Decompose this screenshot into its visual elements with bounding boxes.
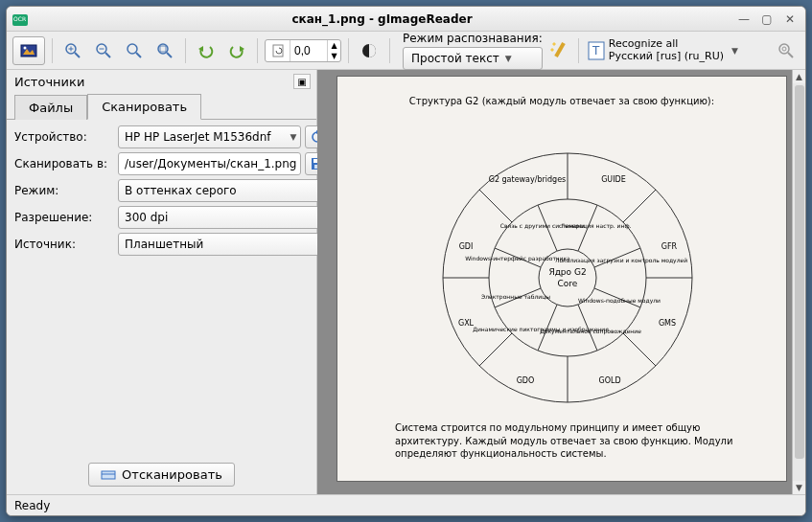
close-button[interactable]: ✕	[780, 11, 800, 27]
statusbar: Ready	[7, 494, 805, 515]
svg-text:Динамические пиктограммы и изо: Динамические пиктограммы и изображения	[473, 326, 609, 333]
minimize-button[interactable]: —	[734, 11, 754, 27]
svg-text:Электронные таблицы: Электронные таблицы	[481, 293, 550, 301]
svg-rect-31	[102, 471, 115, 479]
settings-button[interactable]	[773, 37, 800, 64]
vertical-scrollbar[interactable]: ▲ ▼	[792, 70, 805, 494]
sidebar-collapse-button[interactable]: ▣	[293, 74, 311, 89]
svg-text:Локализация загрузки и контрол: Локализация загрузки и контроль модулей	[555, 257, 687, 264]
brightness-contrast-button[interactable]	[356, 37, 383, 64]
zoom-fit-button[interactable]	[151, 37, 178, 64]
svg-text:G2 gateway/bridges: G2 gateway/bridges	[489, 175, 567, 184]
recognition-mode-value: Простой текст	[411, 52, 499, 65]
zoom-reset-icon	[126, 42, 143, 59]
svg-line-11	[136, 53, 141, 57]
zoom-out-button[interactable]	[90, 37, 117, 64]
svg-text:Генерация настр. инф.: Генерация настр. инф.	[562, 222, 632, 230]
device-combo[interactable]: HP HP LaserJet M1536dnf▼	[118, 125, 301, 148]
image-viewer[interactable]: Структура G2 (каждый модуль отвечает за …	[317, 70, 805, 494]
open-image-button[interactable]	[12, 36, 45, 65]
recognize-all-button[interactable]: T Recognize all Русский [rus] (ru_RU) ▼	[588, 38, 738, 62]
svg-line-41	[479, 333, 512, 366]
tab-scan[interactable]: Сканировать	[87, 94, 201, 120]
app-window: скан_1.png - gImageReader — ▢ ✕ ▲▼ Режим…	[6, 6, 806, 516]
svg-text:Core: Core	[558, 279, 578, 288]
svg-text:GXL: GXL	[458, 319, 475, 328]
scanned-page: Структура G2 (каждый модуль отвечает за …	[336, 76, 787, 482]
scan-form: Устройство: HP HP LaserJet M1536dnf▼ Ска…	[7, 120, 316, 260]
svg-text:GDO: GDO	[517, 376, 535, 385]
gear-icon	[777, 42, 795, 59]
svg-line-25	[788, 53, 793, 57]
auto-detect-button[interactable]	[546, 38, 571, 63]
wand-icon	[548, 40, 569, 61]
output-field[interactable]: /user/Документы/скан_1.png	[118, 152, 301, 175]
svg-rect-0	[21, 45, 36, 57]
svg-text:Windows-подобные модули: Windows-подобные модули	[578, 297, 661, 305]
chevron-down-icon: ▼	[731, 46, 738, 56]
zoom-fit-icon	[156, 42, 174, 59]
resolution-combo[interactable]: 300 dpi▼	[118, 206, 332, 229]
sidebar-tabs: Файлы Сканировать	[7, 91, 316, 120]
svg-text:GMS: GMS	[659, 319, 676, 328]
main-body: Источники ▣ Файлы Сканировать Устройство…	[7, 70, 805, 494]
status-text: Ready	[14, 499, 50, 512]
circle-diagram: Ядро G2 Core G2 gateway/bridges GUIDE GF…	[424, 134, 711, 421]
undo-icon	[197, 42, 215, 59]
svg-marker-21	[550, 48, 554, 52]
output-label: Сканировать в:	[14, 157, 114, 170]
scan-button-label: Отсканировать	[122, 467, 222, 482]
mode-label: Режим:	[14, 184, 114, 197]
svg-text:Ядро G2: Ядро G2	[548, 267, 586, 277]
svg-point-24	[779, 44, 789, 54]
sidebar: Источники ▣ Файлы Сканировать Устройство…	[7, 70, 317, 494]
contrast-icon	[360, 42, 378, 59]
separator	[52, 38, 53, 63]
toolbar: ▲▼ Режим распознавания: Простой текст ▼ …	[7, 32, 805, 70]
rotate-left-button[interactable]	[193, 37, 220, 64]
svg-point-26	[782, 47, 786, 51]
svg-rect-19	[554, 42, 565, 57]
separator	[257, 38, 258, 63]
svg-line-4	[75, 53, 80, 57]
scroll-up-button[interactable]: ▲	[793, 70, 805, 83]
mode-combo[interactable]: В оттенках серого▼	[118, 179, 332, 202]
resolution-label: Разрешение:	[14, 211, 114, 224]
tab-files[interactable]: Файлы	[14, 95, 87, 120]
zoom-reset-button[interactable]	[121, 37, 148, 64]
rotation-input[interactable]	[290, 44, 327, 57]
svg-line-37	[623, 190, 656, 222]
svg-marker-20	[552, 42, 556, 46]
svg-text:GDI: GDI	[459, 242, 474, 251]
svg-point-12	[158, 44, 168, 54]
recognize-all-label: Recognize all	[609, 38, 724, 51]
rotation-mode-button[interactable]	[266, 40, 290, 61]
svg-text:T: T	[592, 44, 600, 57]
source-value: Планшетный	[125, 238, 317, 251]
titlebar: скан_1.png - gImageReader — ▢ ✕	[7, 7, 805, 32]
scroll-thumb[interactable]	[795, 85, 804, 459]
rotation-spinner[interactable]: ▲▼	[265, 39, 341, 62]
svg-text:GOLD: GOLD	[598, 376, 620, 385]
svg-text:GUIDE: GUIDE	[601, 175, 626, 184]
document-body-text: Система строится по модульному принципу …	[395, 421, 740, 461]
rotation-steppers[interactable]: ▲▼	[327, 40, 340, 61]
language-label: Русский [rus] (ru_RU)	[609, 51, 724, 63]
zoom-in-button[interactable]	[59, 37, 86, 64]
separator	[389, 38, 390, 63]
maximize-button[interactable]: ▢	[757, 11, 777, 27]
scan-button[interactable]: Отсканировать	[88, 463, 235, 487]
svg-rect-14	[160, 46, 166, 52]
recognition-mode-combo[interactable]: Простой текст ▼	[403, 47, 543, 70]
svg-text:GFR: GFR	[661, 242, 678, 251]
scroll-down-button[interactable]: ▼	[793, 481, 805, 494]
separator	[185, 38, 186, 63]
source-label: Источник:	[14, 238, 114, 251]
app-icon	[12, 14, 28, 26]
text-icon: T	[588, 41, 605, 60]
scanner-icon	[101, 468, 116, 482]
separator	[348, 38, 349, 63]
svg-point-10	[128, 44, 137, 54]
source-combo[interactable]: Планшетный▼	[118, 233, 332, 256]
rotate-right-button[interactable]	[223, 37, 250, 64]
